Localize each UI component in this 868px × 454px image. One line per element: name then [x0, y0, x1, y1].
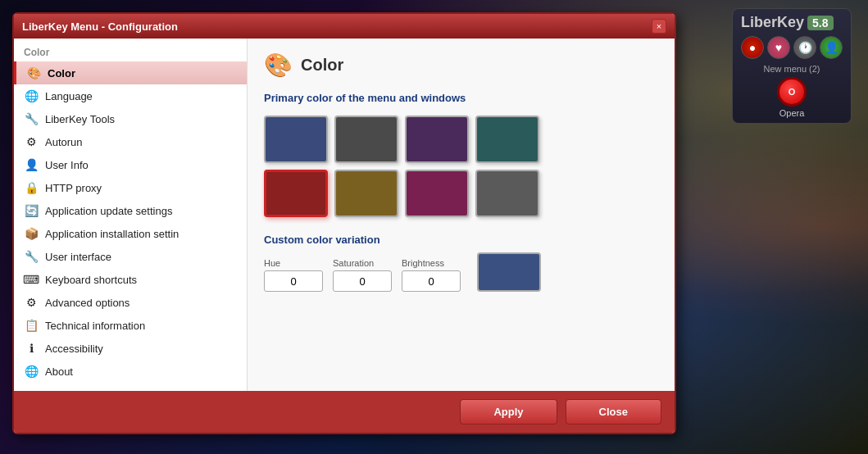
sidebar-section-label: Color	[14, 43, 247, 61]
close-button[interactable]: ×	[652, 19, 666, 34]
titlebar: LiberKey Menu - Configuration ×	[14, 14, 675, 39]
sidebar-icon-accessibility: ℹ	[24, 341, 39, 356]
sidebar-icon-autorun: ⚙	[24, 134, 39, 149]
sidebar-item-color[interactable]: 🎨Color	[14, 61, 247, 84]
color-swatch-gray-mid[interactable]	[475, 170, 539, 217]
color-swatch-gold[interactable]	[334, 170, 398, 217]
liberkey-version: 5.8	[807, 16, 833, 30]
sidebar-icon-http-proxy: 🔒	[24, 180, 39, 195]
sidebar-item-language[interactable]: 🌐Language	[14, 84, 247, 107]
opera-label: Opera	[779, 108, 805, 118]
saturation-field: Saturation	[333, 258, 392, 292]
saturation-input[interactable]	[333, 270, 392, 292]
color-swatch-maroon[interactable]	[405, 170, 469, 217]
dialog-body: Color 🎨Color🌐Language🔧LiberKey Tools⚙Aut…	[14, 39, 675, 391]
sidebar-item-keyboard-shortcuts[interactable]: ⌨Keyboard shortcuts	[14, 268, 247, 291]
sidebar: Color 🎨Color🌐Language🔧LiberKey Tools⚙Aut…	[14, 39, 248, 391]
brightness-input[interactable]	[402, 270, 461, 292]
content-header-icon: 🎨	[264, 52, 293, 79]
sidebar-item-http-proxy[interactable]: 🔒HTTP proxy	[14, 176, 247, 199]
sidebar-item-liberkey-tools[interactable]: 🔧LiberKey Tools	[14, 107, 247, 130]
custom-section-title: Custom color variation	[264, 234, 658, 246]
brightness-label: Brightness	[402, 258, 461, 268]
sidebar-label-language: Language	[45, 90, 93, 102]
sidebar-label-color: Color	[48, 67, 75, 79]
color-swatch-teal-dark[interactable]	[475, 116, 539, 163]
liberkey-icon-row: ● ♥ 🕐 👤	[741, 36, 843, 59]
dialog-title: LiberKey Menu - Configuration	[22, 20, 178, 33]
sidebar-item-advanced-options[interactable]: ⚙Advanced options	[14, 291, 247, 314]
sidebar-item-app-update[interactable]: 🔄Application update settings	[14, 199, 247, 222]
color-swatch-blue-dark[interactable]	[264, 116, 328, 163]
liberkey-name: LiberKey	[741, 14, 804, 31]
sidebar-item-technical-info[interactable]: 📋Technical information	[14, 314, 247, 337]
sidebar-label-about: About	[45, 365, 73, 378]
color-swatch-red-dark[interactable]	[264, 170, 328, 217]
sidebar-icon-advanced-options: ⚙	[24, 295, 39, 310]
hue-label: Hue	[264, 258, 323, 268]
sidebar-item-autorun[interactable]: ⚙Autorun	[14, 130, 247, 153]
liberkey-btn-red[interactable]: ●	[741, 36, 764, 59]
content-header: 🎨 Color	[264, 52, 658, 79]
sidebar-item-accessibility[interactable]: ℹAccessibility	[14, 337, 247, 360]
sidebar-icon-color: 🎨	[26, 66, 41, 80]
sidebar-item-user-info[interactable]: 👤User Info	[14, 153, 247, 176]
hue-input[interactable]	[264, 270, 323, 292]
sidebar-label-app-update: Application update settings	[45, 205, 172, 217]
content-title: Color	[301, 56, 343, 75]
color-swatch-gray-dark[interactable]	[334, 116, 398, 163]
config-dialog: LiberKey Menu - Configuration × Color 🎨C…	[12, 12, 676, 434]
dialog-footer: Apply Close	[14, 391, 675, 433]
sidebar-label-liberkey-tools: LiberKey Tools	[45, 113, 115, 125]
liberkey-toolbar: LiberKey 5.8 ● ♥ 🕐 👤 New menu (2) O Oper…	[732, 8, 852, 124]
sidebar-label-technical-info: Technical information	[45, 320, 145, 332]
color-swatch-purple-dark[interactable]	[405, 116, 469, 163]
sidebar-icon-technical-info: 📋	[24, 318, 39, 333]
sidebar-label-user-info: User Info	[45, 159, 89, 171]
sidebar-icon-user-interface: 🔧	[24, 249, 39, 264]
opera-icon-circle: O	[777, 77, 807, 107]
sidebar-label-autorun: Autorun	[45, 136, 83, 148]
color-swatches-grid	[264, 116, 658, 217]
apply-button[interactable]: Apply	[460, 399, 557, 424]
sidebar-icon-keyboard-shortcuts: ⌨	[24, 272, 39, 287]
custom-color-preview	[477, 252, 541, 292]
liberkey-btn-clock[interactable]: 🕐	[793, 36, 816, 59]
sidebar-item-user-interface[interactable]: 🔧User interface	[14, 245, 247, 268]
sidebar-icon-about: 🌐	[24, 364, 39, 379]
sidebar-label-advanced-options: Advanced options	[45, 297, 130, 309]
liberkey-menu-label: New menu (2)	[741, 64, 843, 74]
liberkey-btn-user[interactable]: 👤	[820, 36, 843, 59]
sidebar-label-http-proxy: HTTP proxy	[45, 182, 102, 194]
main-content-area: 🎨 Color Primary color of the menu and wi…	[248, 39, 675, 391]
custom-color-controls: Hue Saturation Brightness	[264, 252, 658, 292]
sidebar-icon-app-install: 📦	[24, 226, 39, 241]
primary-section-title: Primary color of the menu and windows	[264, 92, 658, 104]
liberkey-title: LiberKey 5.8	[741, 14, 843, 31]
hue-field: Hue	[264, 258, 323, 292]
sidebar-item-app-install[interactable]: 📦Application installation settin	[14, 222, 247, 245]
sidebar-label-keyboard-shortcuts: Keyboard shortcuts	[45, 274, 137, 286]
brightness-field: Brightness	[402, 258, 461, 292]
sidebar-item-about[interactable]: 🌐About	[14, 360, 247, 383]
sidebar-label-accessibility: Accessibility	[45, 343, 103, 355]
sidebar-icon-app-update: 🔄	[24, 203, 39, 218]
saturation-label: Saturation	[333, 258, 392, 268]
opera-shortcut[interactable]: O Opera	[741, 77, 843, 118]
sidebar-items-container: 🎨Color🌐Language🔧LiberKey Tools⚙Autorun👤U…	[14, 61, 247, 383]
liberkey-btn-pink[interactable]: ♥	[767, 36, 790, 59]
sidebar-label-app-install: Application installation settin	[45, 228, 179, 240]
close-dialog-button[interactable]: Close	[566, 399, 661, 424]
sidebar-label-user-interface: User interface	[45, 251, 111, 263]
sidebar-icon-language: 🌐	[24, 89, 39, 103]
sidebar-icon-user-info: 👤	[24, 157, 39, 172]
sidebar-icon-liberkey-tools: 🔧	[24, 111, 39, 126]
